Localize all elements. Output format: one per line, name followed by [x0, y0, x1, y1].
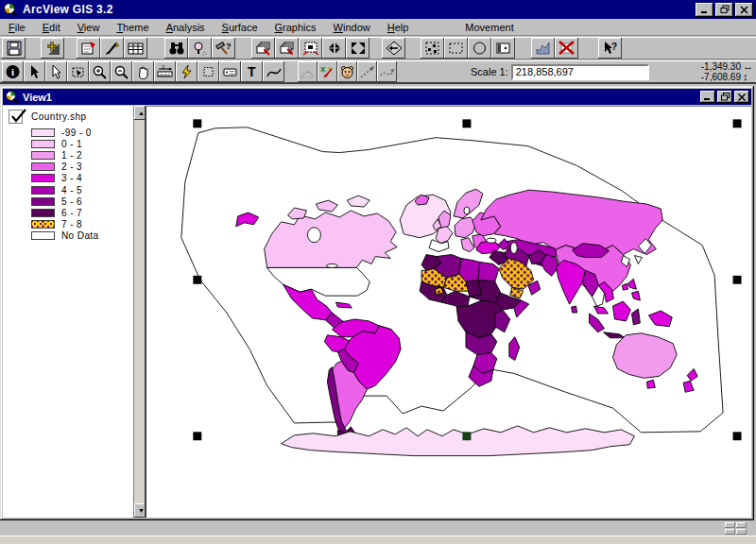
restore-button[interactable] — [715, 3, 733, 17]
selection-handle[interactable] — [462, 432, 471, 440]
map-region[interactable] — [634, 256, 642, 264]
select-feature-button[interactable] — [67, 61, 89, 82]
map-region[interactable] — [267, 267, 370, 296]
menu-item[interactable]: Edit — [34, 20, 69, 35]
zoom-out-tool-button[interactable] — [111, 61, 132, 82]
cell-tool-button[interactable] — [198, 61, 219, 82]
selection-handle[interactable] — [193, 276, 201, 284]
scale-input[interactable] — [511, 64, 649, 80]
map-region[interactable] — [316, 200, 337, 212]
profile-tool-button[interactable] — [357, 61, 377, 82]
theme-checkbox[interactable] — [9, 110, 23, 124]
edit-legend-button[interactable] — [100, 38, 124, 59]
zoom-selected-button[interactable] — [299, 38, 322, 59]
map-region[interactable] — [347, 196, 369, 207]
animal-tool-button[interactable] — [337, 61, 357, 82]
menu-item[interactable]: Theme — [108, 20, 157, 35]
menu-item[interactable]: Surface — [214, 20, 266, 35]
world-map[interactable] — [146, 107, 751, 518]
map-region[interactable] — [590, 314, 605, 332]
theme-properties-button[interactable] — [77, 38, 100, 59]
find-button[interactable] — [164, 38, 188, 59]
legend-row[interactable]: 3 - 4 — [31, 173, 99, 184]
map-region[interactable] — [646, 380, 655, 388]
view-restore-button[interactable] — [717, 91, 732, 103]
zoom-out-button[interactable] — [346, 38, 369, 59]
legend-row[interactable]: 0 - 1 — [31, 138, 99, 149]
pointer-button[interactable] — [24, 61, 45, 82]
map-region[interactable] — [541, 255, 559, 277]
close-button[interactable] — [735, 3, 753, 17]
menu-item[interactable]: Analysis — [158, 20, 214, 35]
help-pointer-button[interactable]: ? — [598, 38, 622, 59]
map-region[interactable] — [687, 368, 697, 381]
map-region[interactable] — [631, 309, 640, 325]
map-region[interactable] — [265, 211, 398, 267]
legend-row[interactable]: -99 - 0 — [31, 127, 99, 138]
map-region[interactable] — [236, 212, 259, 227]
xy-tool-button[interactable]: XY — [318, 61, 337, 82]
menu-item[interactable]: Movement — [456, 20, 522, 35]
map-region[interactable] — [436, 227, 453, 244]
media-frame-button[interactable] — [491, 38, 515, 59]
map-region[interactable] — [495, 310, 510, 332]
open-theme-table-button[interactable] — [124, 38, 147, 59]
map-region[interactable] — [435, 287, 443, 295]
menu-item[interactable]: Help — [379, 20, 418, 35]
map-region[interactable] — [627, 279, 636, 289]
delete-graphic-button[interactable] — [555, 38, 578, 59]
zoom-in-button[interactable] — [322, 38, 346, 59]
minimize-button[interactable] — [696, 3, 713, 17]
draw-spline-button[interactable] — [263, 61, 284, 82]
selection-handle[interactable] — [193, 119, 201, 128]
app-title-bar[interactable]: ArcView GIS 3.2 — [0, 0, 756, 19]
select-rectangle-button[interactable] — [444, 38, 468, 59]
zoom-full-extent-button[interactable] — [251, 38, 275, 59]
legend-row[interactable]: No Data — [31, 230, 99, 242]
zoom-active-theme-button[interactable] — [275, 38, 299, 59]
map-region[interactable] — [683, 381, 694, 392]
menu-item[interactable]: View — [69, 20, 109, 35]
map-region[interactable] — [509, 337, 520, 361]
theme-entry[interactable]: Country.shp — [9, 110, 87, 124]
menu-item[interactable]: Graphics — [266, 20, 325, 35]
path-tool-button[interactable] — [377, 61, 397, 82]
legend-row[interactable]: 1 - 2 — [31, 149, 99, 161]
map-region[interactable] — [461, 238, 474, 252]
select-circle-button[interactable] — [468, 38, 491, 59]
locate-button[interactable] — [188, 38, 212, 59]
map-canvas[interactable] — [145, 106, 751, 518]
zoom-in-tool-button[interactable] — [89, 61, 111, 82]
map-region[interactable] — [612, 301, 630, 321]
query-builder-button[interactable]: ? — [212, 38, 235, 59]
map-region[interactable] — [603, 332, 625, 338]
selection-handle[interactable] — [733, 119, 742, 128]
view-minimize-button[interactable] — [700, 91, 715, 103]
legend-row[interactable]: 2 - 3 — [31, 162, 99, 173]
measure-button[interactable]: 2 — [154, 61, 176, 82]
resize-grip[interactable] — [725, 522, 747, 535]
map-region[interactable] — [335, 302, 352, 308]
map-region[interactable] — [499, 259, 534, 290]
legend-row[interactable]: 7 - 8 — [31, 219, 99, 230]
selection-handle[interactable] — [462, 119, 471, 128]
save-button[interactable] — [2, 38, 26, 59]
add-theme-button[interactable] — [41, 38, 64, 59]
zoom-previous-button[interactable] — [382, 38, 405, 59]
selection-handle[interactable] — [193, 432, 201, 440]
selection-handle[interactable] — [733, 276, 742, 284]
pan-button[interactable] — [132, 61, 154, 82]
legend-row[interactable]: 4 - 5 — [31, 184, 99, 196]
menu-item[interactable]: Window — [325, 20, 379, 35]
map-region[interactable] — [572, 306, 577, 313]
map-region[interactable] — [631, 291, 640, 300]
select-features-graphic-button[interactable] — [421, 38, 444, 59]
map-region[interactable] — [622, 283, 627, 290]
menu-item[interactable]: File — [0, 20, 34, 35]
histogram-button[interactable] — [531, 38, 555, 59]
map-region[interactable] — [478, 262, 499, 281]
surface-tool-button[interactable] — [298, 61, 318, 82]
vertex-edit-button[interactable] — [45, 61, 67, 82]
view-title-bar[interactable]: View1 — [3, 89, 751, 105]
view-close-button[interactable] — [734, 91, 749, 103]
